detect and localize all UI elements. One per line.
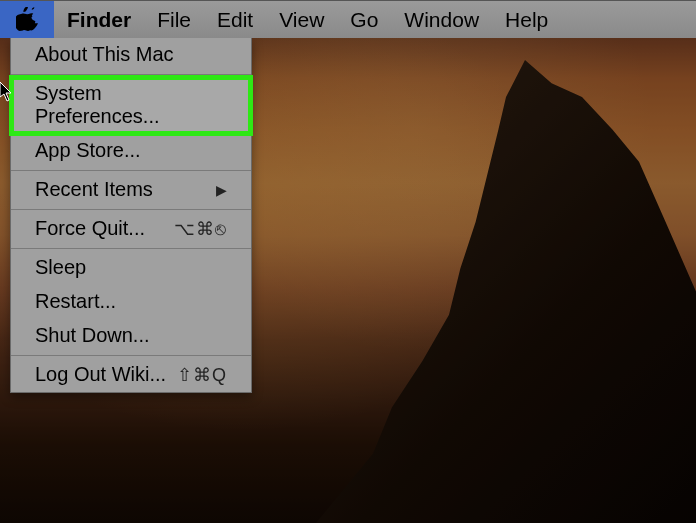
menu-separator [11,170,251,171]
menu-bar: Finder File Edit View Go Window Help [0,0,696,38]
menubar-item-view[interactable]: View [266,1,337,38]
menubar-label-go: Go [350,8,378,32]
menu-label-log-out: Log Out Wiki... [35,363,166,386]
apple-logo-icon [16,7,38,33]
menu-label-recent-items: Recent Items [35,178,153,201]
shortcut-force-quit: ⌥⌘⎋ [174,218,227,240]
menu-separator [11,209,251,210]
menu-label-force-quit: Force Quit... [35,217,145,240]
menu-item-shut-down[interactable]: Shut Down... [11,319,251,353]
menu-separator [11,248,251,249]
menu-item-force-quit[interactable]: Force Quit... ⌥⌘⎋ [11,212,251,246]
apple-menu-dropdown: About This Mac System Preferences... App… [10,38,252,393]
menubar-label-window: Window [404,8,479,32]
menu-label-restart: Restart... [35,290,116,313]
menubar-item-edit[interactable]: Edit [204,1,266,38]
menu-label-sleep: Sleep [35,256,86,279]
menu-item-restart[interactable]: Restart... [11,285,251,319]
menubar-item-finder[interactable]: Finder [54,1,144,38]
menu-separator [11,355,251,356]
menu-item-recent-items[interactable]: Recent Items ▶ [11,173,251,207]
shortcut-log-out: ⇧⌘Q [177,364,227,386]
menu-label-shut-down: Shut Down... [35,324,150,347]
menu-item-about-this-mac[interactable]: About This Mac [11,38,251,72]
menu-item-system-preferences[interactable]: System Preferences... [11,77,251,134]
menubar-label-help: Help [505,8,548,32]
menu-label-app-store: App Store... [35,139,141,162]
menu-separator [11,74,251,75]
menubar-label-finder: Finder [67,8,131,32]
menubar-label-edit: Edit [217,8,253,32]
menu-item-sleep[interactable]: Sleep [11,251,251,285]
menubar-item-window[interactable]: Window [391,1,492,38]
menubar-label-file: File [157,8,191,32]
menubar-item-file[interactable]: File [144,1,204,38]
menubar-label-view: View [279,8,324,32]
menu-label-about: About This Mac [35,43,174,66]
submenu-arrow-icon: ▶ [216,182,227,198]
menubar-item-help[interactable]: Help [492,1,561,38]
menu-item-log-out[interactable]: Log Out Wiki... ⇧⌘Q [11,358,251,392]
apple-menu-button[interactable] [0,1,54,38]
menubar-item-go[interactable]: Go [337,1,391,38]
menu-item-app-store[interactable]: App Store... [11,134,251,168]
menu-label-system-preferences: System Preferences... [35,82,227,128]
wallpaper-mountain [316,60,696,523]
